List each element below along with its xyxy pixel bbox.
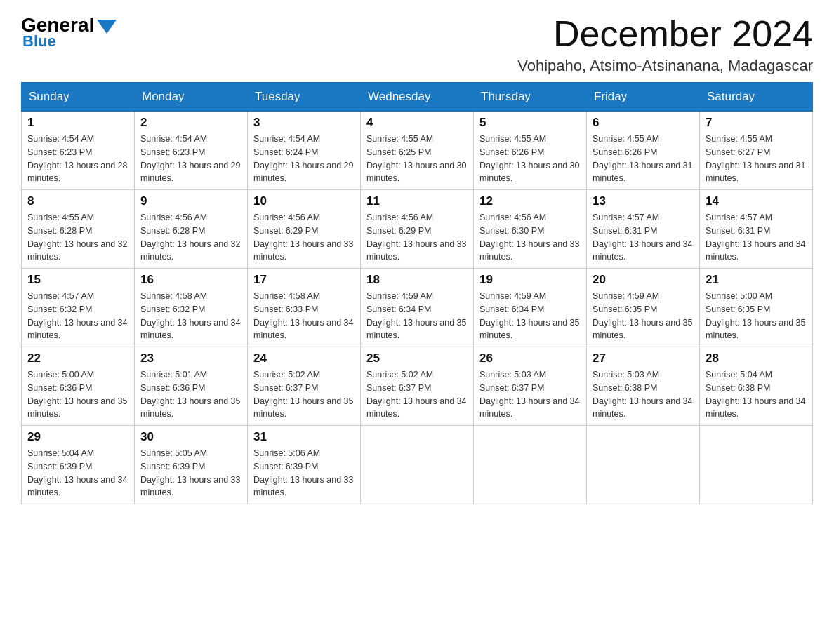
day-number: 22	[27, 351, 128, 365]
header: General Blue December 2024 Vohipaho, Ats…	[21, 14, 813, 75]
calendar-cell	[700, 426, 813, 504]
calendar-cell: 26 Sunrise: 5:03 AMSunset: 6:37 PMDaylig…	[474, 347, 587, 426]
day-number: 19	[479, 273, 581, 287]
day-number: 18	[366, 273, 468, 287]
day-info: Sunrise: 5:01 AMSunset: 6:36 PMDaylight:…	[140, 368, 241, 421]
day-info: Sunrise: 4:58 AMSunset: 6:32 PMDaylight:…	[140, 290, 241, 342]
calendar-cell: 6 Sunrise: 4:55 AMSunset: 6:26 PMDayligh…	[587, 112, 700, 190]
calendar-cell: 8 Sunrise: 4:55 AMSunset: 6:28 PMDayligh…	[22, 190, 135, 269]
day-number: 4	[366, 116, 468, 130]
day-info: Sunrise: 5:03 AMSunset: 6:37 PMDaylight:…	[479, 368, 581, 421]
day-info: Sunrise: 4:55 AMSunset: 6:26 PMDaylight:…	[593, 133, 694, 185]
week-row-2: 8 Sunrise: 4:55 AMSunset: 6:28 PMDayligh…	[22, 190, 813, 269]
day-number: 17	[253, 273, 355, 287]
calendar-cell: 4 Sunrise: 4:55 AMSunset: 6:25 PMDayligh…	[361, 112, 474, 190]
calendar-cell: 27 Sunrise: 5:03 AMSunset: 6:38 PMDaylig…	[587, 347, 700, 426]
day-number: 3	[253, 116, 355, 130]
day-header-friday: Friday	[587, 83, 700, 112]
calendar-cell: 30 Sunrise: 5:05 AMSunset: 6:39 PMDaylig…	[135, 426, 248, 504]
day-info: Sunrise: 4:54 AMSunset: 6:24 PMDaylight:…	[253, 133, 355, 185]
day-info: Sunrise: 4:57 AMSunset: 6:31 PMDaylight:…	[706, 211, 807, 264]
day-number: 26	[479, 351, 581, 365]
day-info: Sunrise: 4:58 AMSunset: 6:33 PMDaylight:…	[253, 290, 355, 342]
day-header-wednesday: Wednesday	[361, 83, 474, 112]
day-info: Sunrise: 4:59 AMSunset: 6:34 PMDaylight:…	[479, 290, 581, 342]
day-info: Sunrise: 4:56 AMSunset: 6:28 PMDaylight:…	[140, 211, 241, 264]
day-info: Sunrise: 5:00 AMSunset: 6:36 PMDaylight:…	[27, 368, 128, 421]
calendar-cell	[587, 426, 700, 504]
day-number: 5	[479, 116, 581, 130]
day-header-thursday: Thursday	[474, 83, 587, 112]
day-number: 7	[706, 116, 807, 130]
week-row-4: 22 Sunrise: 5:00 AMSunset: 6:36 PMDaylig…	[22, 347, 813, 426]
day-number: 20	[593, 273, 694, 287]
calendar-cell: 13 Sunrise: 4:57 AMSunset: 6:31 PMDaylig…	[587, 190, 700, 269]
day-info: Sunrise: 4:59 AMSunset: 6:35 PMDaylight:…	[593, 290, 694, 342]
day-number: 14	[706, 194, 807, 208]
day-info: Sunrise: 5:05 AMSunset: 6:39 PMDaylight:…	[140, 447, 241, 499]
calendar-cell: 25 Sunrise: 5:02 AMSunset: 6:37 PMDaylig…	[361, 347, 474, 426]
day-info: Sunrise: 5:06 AMSunset: 6:39 PMDaylight:…	[253, 447, 355, 499]
day-header-tuesday: Tuesday	[248, 83, 361, 112]
day-header-sunday: Sunday	[22, 83, 135, 112]
day-info: Sunrise: 5:04 AMSunset: 6:39 PMDaylight:…	[27, 447, 128, 499]
day-number: 28	[706, 351, 807, 365]
calendar-cell: 18 Sunrise: 4:59 AMSunset: 6:34 PMDaylig…	[361, 269, 474, 347]
logo-blue-text: Blue	[22, 32, 56, 51]
day-info: Sunrise: 4:55 AMSunset: 6:26 PMDaylight:…	[479, 133, 581, 185]
day-number: 21	[706, 273, 807, 287]
day-number: 12	[479, 194, 581, 208]
day-info: Sunrise: 5:02 AMSunset: 6:37 PMDaylight:…	[366, 368, 468, 421]
title-area: December 2024 Vohipaho, Atsimo-Atsinanan…	[517, 14, 813, 75]
day-info: Sunrise: 5:03 AMSunset: 6:38 PMDaylight:…	[593, 368, 694, 421]
day-info: Sunrise: 4:56 AMSunset: 6:29 PMDaylight:…	[366, 211, 468, 264]
day-info: Sunrise: 4:54 AMSunset: 6:23 PMDaylight:…	[140, 133, 241, 185]
day-number: 10	[253, 194, 355, 208]
calendar-cell: 11 Sunrise: 4:56 AMSunset: 6:29 PMDaylig…	[361, 190, 474, 269]
calendar-cell	[474, 426, 587, 504]
calendar-cell: 14 Sunrise: 4:57 AMSunset: 6:31 PMDaylig…	[700, 190, 813, 269]
day-info: Sunrise: 4:56 AMSunset: 6:30 PMDaylight:…	[479, 211, 581, 264]
day-info: Sunrise: 5:00 AMSunset: 6:35 PMDaylight:…	[706, 290, 807, 342]
calendar-cell: 2 Sunrise: 4:54 AMSunset: 6:23 PMDayligh…	[135, 112, 248, 190]
day-number: 1	[27, 116, 128, 130]
day-number: 30	[140, 430, 241, 444]
week-row-3: 15 Sunrise: 4:57 AMSunset: 6:32 PMDaylig…	[22, 269, 813, 347]
logo-triangle-icon	[97, 20, 117, 34]
calendar-cell: 31 Sunrise: 5:06 AMSunset: 6:39 PMDaylig…	[248, 426, 361, 504]
calendar-cell: 5 Sunrise: 4:55 AMSunset: 6:26 PMDayligh…	[474, 112, 587, 190]
day-number: 23	[140, 351, 241, 365]
calendar-cell: 19 Sunrise: 4:59 AMSunset: 6:34 PMDaylig…	[474, 269, 587, 347]
day-number: 11	[366, 194, 468, 208]
day-info: Sunrise: 4:54 AMSunset: 6:23 PMDaylight:…	[27, 133, 128, 185]
day-info: Sunrise: 4:55 AMSunset: 6:28 PMDaylight:…	[27, 211, 128, 264]
calendar-cell: 15 Sunrise: 4:57 AMSunset: 6:32 PMDaylig…	[22, 269, 135, 347]
day-info: Sunrise: 4:59 AMSunset: 6:34 PMDaylight:…	[366, 290, 468, 342]
calendar-cell: 12 Sunrise: 4:56 AMSunset: 6:30 PMDaylig…	[474, 190, 587, 269]
day-number: 27	[593, 351, 694, 365]
day-info: Sunrise: 4:57 AMSunset: 6:32 PMDaylight:…	[27, 290, 128, 342]
calendar-cell: 29 Sunrise: 5:04 AMSunset: 6:39 PMDaylig…	[22, 426, 135, 504]
logo: General Blue	[21, 14, 119, 51]
calendar-cell: 16 Sunrise: 4:58 AMSunset: 6:32 PMDaylig…	[135, 269, 248, 347]
day-number: 16	[140, 273, 241, 287]
calendar-cell: 1 Sunrise: 4:54 AMSunset: 6:23 PMDayligh…	[22, 112, 135, 190]
calendar-cell: 20 Sunrise: 4:59 AMSunset: 6:35 PMDaylig…	[587, 269, 700, 347]
day-info: Sunrise: 5:02 AMSunset: 6:37 PMDaylight:…	[253, 368, 355, 421]
week-row-5: 29 Sunrise: 5:04 AMSunset: 6:39 PMDaylig…	[22, 426, 813, 504]
day-info: Sunrise: 5:04 AMSunset: 6:38 PMDaylight:…	[706, 368, 807, 421]
day-info: Sunrise: 4:56 AMSunset: 6:29 PMDaylight:…	[253, 211, 355, 264]
day-info: Sunrise: 4:55 AMSunset: 6:27 PMDaylight:…	[706, 133, 807, 185]
day-number: 24	[253, 351, 355, 365]
week-row-1: 1 Sunrise: 4:54 AMSunset: 6:23 PMDayligh…	[22, 112, 813, 190]
calendar-cell: 10 Sunrise: 4:56 AMSunset: 6:29 PMDaylig…	[248, 190, 361, 269]
calendar-cell: 3 Sunrise: 4:54 AMSunset: 6:24 PMDayligh…	[248, 112, 361, 190]
day-info: Sunrise: 4:57 AMSunset: 6:31 PMDaylight:…	[593, 211, 694, 264]
calendar-cell: 21 Sunrise: 5:00 AMSunset: 6:35 PMDaylig…	[700, 269, 813, 347]
day-header-monday: Monday	[135, 83, 248, 112]
day-header-saturday: Saturday	[700, 83, 813, 112]
day-number: 9	[140, 194, 241, 208]
month-title: December 2024	[517, 14, 813, 54]
calendar-cell: 9 Sunrise: 4:56 AMSunset: 6:28 PMDayligh…	[135, 190, 248, 269]
day-header-row: SundayMondayTuesdayWednesdayThursdayFrid…	[22, 83, 813, 112]
